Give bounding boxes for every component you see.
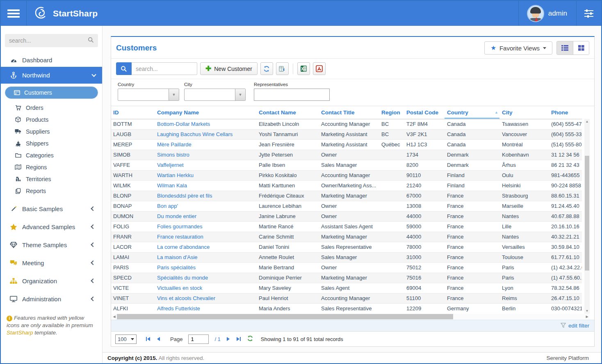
sidebar-search-input[interactable] [9,37,88,44]
column-header-contact-title[interactable]: Contact Title [319,106,379,119]
table-row[interactable]: FRANRFrance restaurationCarine SchmittMa… [111,232,582,242]
country-filter-select[interactable]: ▼ [118,89,179,101]
scroll-right-arrow[interactable]: ▶ [584,314,590,320]
column-picker-button[interactable] [276,62,289,75]
company-link[interactable]: France restauration [155,232,256,242]
table-row[interactable]: SIMOBSimons bistroJytte PetersenOwner173… [111,150,582,160]
sidebar-item-shippers[interactable]: Shippers [1,137,102,149]
hamburger-menu-button[interactable] [1,1,26,26]
table-row[interactable]: LAUGBLaughing Bacchus Wine CellarsYoshi … [111,129,582,139]
sidebar-item-suppliers[interactable]: Suppliers [1,125,102,137]
export-excel-button[interactable]: X [297,62,310,75]
table-row[interactable]: MEREPMère PaillardeJean FresnièreMarketi… [111,139,582,150]
scroll-down-arrow[interactable]: ▼ [584,308,590,314]
company-link[interactable]: Vaffeljernet [155,160,256,170]
table-row[interactable]: PARISParis spécialitésMarie BertrandOwne… [111,262,582,273]
previous-page-button[interactable] [156,337,160,341]
company-link[interactable]: Simons bistro [155,150,256,160]
export-pdf-button[interactable] [313,62,326,75]
sidebar-item-dashboard[interactable]: Dashboard [1,53,102,67]
horizontal-scrollbar[interactable]: ◀ ▶ [112,314,590,320]
column-header-contact-name[interactable]: Contact Name [256,106,319,119]
company-link[interactable]: La maison d'Asie [155,252,256,262]
table-row[interactable]: LAMAILa maison d'AsieAnnette RouletSales… [111,252,582,262]
next-page-button[interactable] [226,337,230,341]
company-link[interactable]: Wartian Herkku [155,170,256,180]
page-number-input[interactable] [188,334,209,344]
company-link[interactable]: La corne d'abondance [155,242,256,252]
edit-filter-link[interactable]: edit filter [568,323,589,329]
dropdown-arrow-icon[interactable]: ▼ [169,89,179,100]
table-row[interactable]: SPECDSpécialités du mondeDominique Perri… [111,273,582,283]
table-row[interactable]: VINETVins et alcools ChevalierPaul Henri… [111,293,582,303]
table-row[interactable]: VICTEVictuailles en stockMary SaveleySal… [111,283,582,293]
column-header-phone[interactable]: Phone [549,106,582,119]
sidebar-item-organization[interactable]: Organization [1,272,102,290]
sidebar-item-regions[interactable]: Regions [1,161,102,173]
sidebar-item-territories[interactable]: Territories [1,173,102,185]
horizontal-scroll-thumb[interactable] [117,314,453,319]
company-link[interactable]: Blondesddsl père et fils [155,191,256,201]
table-row[interactable]: ALFKIAlfreds FutterkisteMaria AndersSale… [111,303,582,314]
company-link[interactable]: Bottom-Dollar Markets [155,119,256,129]
vertical-scrollbar[interactable]: ▲ ▼ [584,119,590,314]
table-row[interactable]: LACORLa corne d'abondanceDaniel ToniniSa… [111,242,582,252]
table-row[interactable]: BLONPBlondesddsl père et filsFrédérique … [111,191,582,201]
first-page-button[interactable] [146,337,150,341]
vertical-scroll-thumb[interactable] [585,156,589,271]
company-link[interactable]: Paris spécialités [155,262,256,273]
quick-search-input[interactable] [132,62,197,75]
table-row[interactable]: BONAPBon app'Laurence LebihanOwner13008F… [111,201,582,211]
column-header-postal-code[interactable]: Postal Code [404,106,445,119]
favorite-views-button[interactable]: ★ Favorite Views [484,41,552,55]
column-header-region[interactable]: Region [379,106,404,119]
scroll-up-arrow[interactable]: ▲ [584,119,590,124]
page-size-select[interactable]: 100 [115,334,137,344]
table-row[interactable]: VAFFEVaffeljernetPalle IbsenSales Manage… [111,160,582,170]
table-row[interactable]: WARTHWartian HerkkuPirkko KoskitaloAccou… [111,170,582,180]
sidebar-item-theme-samples[interactable]: Theme Samples [1,236,102,254]
table-row[interactable]: WILMKWilman KalaMatti KarttunenOwner/Mar… [111,180,582,191]
sidebar-search-box[interactable] [5,34,98,47]
company-link[interactable]: Mère Paillarde [155,139,256,150]
company-link[interactable]: Spécialités du monde [155,273,256,283]
column-header-company-name[interactable]: Company Name [155,106,256,119]
sidebar-item-reports[interactable]: Reports [1,185,102,197]
scroll-left-arrow[interactable]: ◀ [112,314,117,320]
company-link[interactable]: Alfreds Futterkiste [155,303,256,314]
sidebar-item-basic-samples[interactable]: Basic Samples [1,200,102,218]
sidebar-item-products[interactable]: Products [1,114,102,125]
sidebar-item-customers[interactable]: Customers [5,86,98,99]
column-header-id[interactable]: ID [111,106,155,119]
column-header-city[interactable]: City [499,106,549,119]
sidebar-item-meeting[interactable]: Meeting [1,254,102,272]
sidebar-item-orders[interactable]: Orders [1,102,102,114]
last-page-button[interactable] [236,337,241,341]
user-name[interactable]: admin [548,9,567,18]
refresh-button[interactable] [260,62,273,75]
table-row[interactable]: FOLIGFolies gourmandesMartine RancéAssis… [111,221,582,232]
company-link[interactable]: Du monde entier [155,211,256,221]
quick-search-button[interactable] [116,62,132,75]
brand[interactable]: StartSharp [27,6,105,21]
company-link[interactable]: Wilman Kala [155,180,256,191]
sidebar-item-administration[interactable]: Administration [1,290,102,308]
new-customer-button[interactable]: ✚ New Customer [200,62,258,75]
company-link[interactable]: Folies gourmandes [155,221,256,232]
settings-sliders-button[interactable] [577,1,601,26]
list-view-button[interactable] [557,41,573,55]
column-header-country[interactable]: Country▲ [445,106,499,119]
company-link[interactable]: Bon app' [155,201,256,211]
refresh-icon[interactable] [247,335,253,343]
dropdown-arrow-icon[interactable]: ▼ [235,89,245,100]
representatives-filter-input[interactable] [254,89,330,101]
company-link[interactable]: Vins et alcools Chevalier [155,293,256,303]
user-avatar[interactable] [527,5,544,22]
sidebar-item-advanced-samples[interactable]: Advanced Samples [1,218,102,236]
grid-view-button[interactable] [573,41,589,55]
company-link[interactable]: Victuailles en stock [155,283,256,293]
city-filter-select[interactable]: ▼ [184,89,246,101]
sidebar-item-northwind[interactable]: Northwind [1,67,102,84]
table-row[interactable]: DUMONDu monde entierJanine LabruneOwner4… [111,211,582,221]
company-link[interactable]: Laughing Bacchus Wine Cellars [155,129,256,139]
